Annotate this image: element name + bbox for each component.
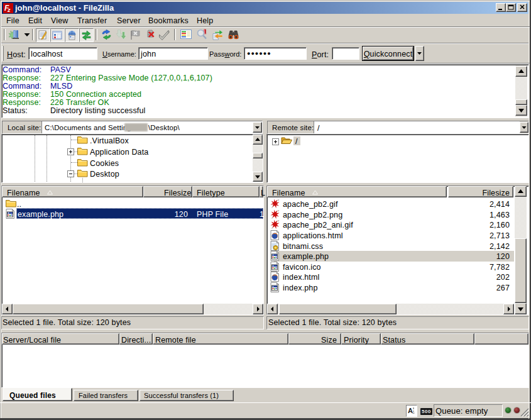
svg-text:A: A <box>408 407 413 414</box>
svg-text:z: z <box>7 7 11 13</box>
